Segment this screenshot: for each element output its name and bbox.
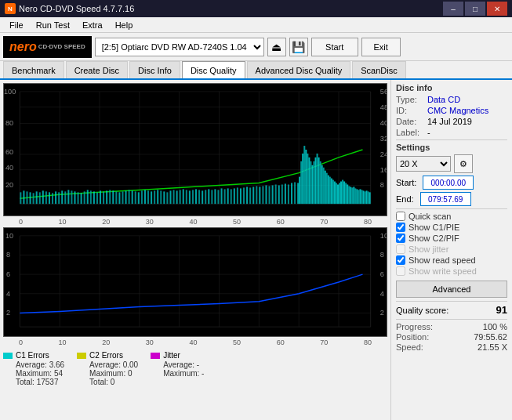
title-bar-text: Nero CD-DVD Speed 4.7.7.16 [19,4,134,13]
c1-total-label: Total: [16,378,34,386]
svg-rect-132 [320,161,321,204]
svg-rect-70 [144,190,146,204]
svg-rect-54 [93,191,95,204]
svg-rect-90 [208,189,209,204]
svg-rect-79 [173,190,175,204]
tab-create-disc[interactable]: Create Disc [66,61,128,78]
svg-rect-42 [55,191,56,204]
disc-date-row: Date: 14 Jul 2019 [396,117,507,126]
svg-rect-118 [297,183,299,204]
svg-rect-32 [23,190,24,204]
tab-scandisc[interactable]: ScanDisc [352,61,405,78]
disc-date-value: 14 Jul 2019 [427,117,507,126]
svg-rect-74 [157,190,158,204]
svg-rect-37 [39,192,41,204]
progress-row: Progress: 100 % [396,322,507,331]
legend-jitter: Jitter Average: - Maximum: - [151,351,204,386]
svg-rect-157 [359,189,361,204]
eject-icon[interactable]: ⏏ [267,38,286,56]
svg-rect-65 [129,190,130,204]
c2-maximum-value: 0 [128,369,133,378]
position-value: 79:55.62 [474,332,507,342]
svg-rect-35 [33,193,34,204]
maximize-button[interactable]: □ [465,2,485,16]
svg-rect-112 [278,185,280,204]
settings-icon[interactable]: ⚙ [454,154,473,173]
start-button[interactable]: Start [311,38,358,56]
quality-score-row: Quality score: 91 [396,301,507,316]
legend-c2-errors: C2 Errors Average: 0.00 Maximum: 0 Total… [77,351,138,386]
svg-rect-53 [90,190,92,204]
advanced-button[interactable]: Advanced [396,281,507,298]
svg-rect-43 [58,192,60,204]
show-write-speed-checkbox[interactable] [396,266,405,276]
speed-selector[interactable]: 20 X [396,156,451,172]
svg-rect-40 [49,192,50,204]
disc-id-value: CMC Magnetics [427,106,507,115]
jitter-average-value: - [197,360,199,369]
svg-rect-139 [331,179,332,205]
exit-button[interactable]: Exit [361,38,401,56]
show-c1pie-checkbox[interactable] [396,223,405,232]
menu-extra[interactable]: Extra [76,19,109,31]
disc-info-title: Disc info [396,83,507,92]
svg-rect-84 [189,190,191,204]
show-jitter-checkbox[interactable] [396,244,405,254]
close-button[interactable]: ✕ [487,2,507,16]
disc-id-label: ID: [396,106,427,115]
svg-rect-138 [329,177,331,205]
svg-rect-108 [265,185,267,204]
svg-rect-93 [217,190,219,204]
svg-rect-69 [141,190,143,204]
svg-rect-91 [211,190,212,204]
tab-advanced-disc-quality[interactable]: Advanced Disc Quality [247,61,351,78]
minimize-button[interactable]: – [443,2,463,16]
quality-score-value: 91 [496,304,507,316]
svg-rect-92 [214,189,216,204]
svg-text:8: 8 [6,252,10,259]
svg-rect-136 [326,173,328,205]
svg-rect-162 [368,191,369,204]
svg-rect-39 [45,191,47,204]
svg-rect-95 [224,189,226,204]
svg-rect-80 [176,190,178,204]
tab-disc-quality[interactable]: Disc Quality [182,61,245,78]
c1-average-label: Average: [16,360,47,369]
svg-rect-100 [240,188,241,204]
svg-rect-41 [52,193,53,204]
show-read-speed-checkbox[interactable] [396,255,405,265]
c2-errors-chart: 10 8 6 4 2 10 8 6 4 2 [3,227,387,337]
svg-rect-31 [20,192,21,204]
tab-disc-info[interactable]: Disc Info [129,61,180,78]
svg-rect-68 [138,192,140,204]
menu-run-test[interactable]: Run Test [30,19,76,31]
drive-selector[interactable]: [2:5] Optiarc DVD RW AD-7240S 1.04 [95,38,264,56]
quick-scan-checkbox[interactable] [396,212,405,221]
svg-rect-155 [356,189,358,204]
svg-text:60: 60 [5,148,13,156]
svg-rect-45 [64,191,66,204]
svg-rect-125 [308,158,310,204]
end-time-input[interactable] [420,192,471,206]
tab-bar: Benchmark Create Disc Disc Info Disc Qua… [0,61,512,80]
start-time-input[interactable] [423,176,474,190]
legend-c1-errors: C1 Errors Average: 3.66 Maximum: 54 Tota… [3,351,64,386]
svg-rect-66 [132,190,133,204]
c2-color-swatch [77,353,86,359]
menu-file[interactable]: File [3,19,30,31]
c1-errors-label: C1 Errors [16,351,49,360]
end-time-row: End: [396,192,507,206]
svg-rect-71 [147,190,149,204]
tab-benchmark[interactable]: Benchmark [3,61,64,78]
save-icon[interactable]: 💾 [289,38,308,56]
show-c2pif-checkbox[interactable] [396,234,405,243]
menu-help[interactable]: Help [109,19,140,31]
svg-rect-130 [317,154,318,204]
svg-rect-62 [118,192,120,204]
app-icon: N [5,3,16,14]
c1-maximum-label: Maximum: [16,369,52,378]
svg-rect-51 [84,191,85,204]
svg-rect-151 [350,186,351,204]
svg-rect-144 [339,183,340,204]
svg-rect-60 [112,190,114,204]
